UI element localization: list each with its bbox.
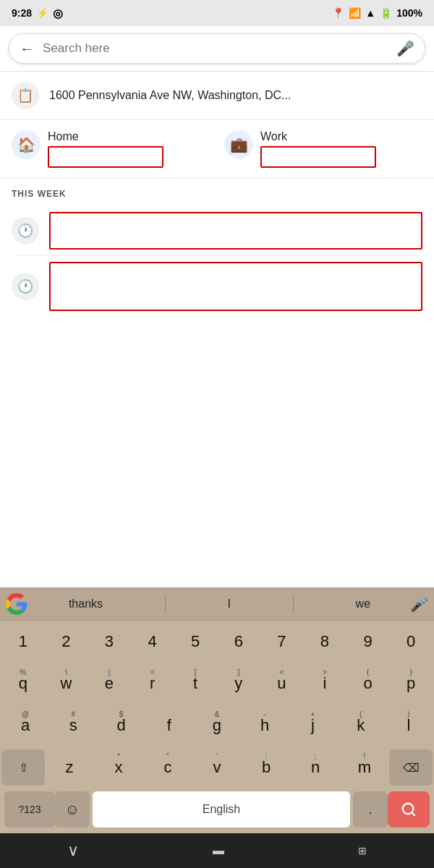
- divider-1: [165, 595, 166, 613]
- key-j[interactable]: +j: [289, 707, 336, 744]
- key-3[interactable]: 3: [88, 624, 131, 660]
- keyboard-mic-icon[interactable]: 🎤: [410, 595, 428, 613]
- key-i[interactable]: >i: [303, 665, 346, 702]
- key-y[interactable]: ]y: [217, 665, 260, 702]
- backspace-key[interactable]: ⌫: [389, 749, 433, 786]
- key-n[interactable]: ;n: [291, 749, 340, 786]
- section-title: THIS WEEK: [12, 189, 422, 199]
- status-left: 9:28 ⚡ ◎: [12, 7, 63, 20]
- emoji-key[interactable]: ☺: [55, 791, 90, 827]
- shift-key[interactable]: ⇧: [1, 749, 45, 786]
- search-icon: [401, 801, 417, 817]
- home-info: Home: [48, 130, 163, 168]
- wifi-icon: ▲: [365, 7, 375, 19]
- key-l[interactable]: )l: [385, 707, 433, 744]
- address-icon: 📋: [12, 82, 39, 109]
- google-logo: [6, 593, 27, 615]
- key-e[interactable]: |e: [88, 665, 131, 702]
- work-label: Work: [260, 130, 376, 143]
- key-5[interactable]: 5: [174, 624, 217, 660]
- key-d[interactable]: $d: [97, 707, 145, 744]
- suggestion-2[interactable]: I: [222, 595, 237, 613]
- history-clock-icon-2: 🕐: [12, 273, 39, 300]
- nav-recents-button[interactable]: ⊞: [358, 845, 367, 856]
- spacebar[interactable]: English: [93, 791, 350, 827]
- search-bar[interactable]: ← 🎤: [9, 33, 425, 64]
- key-u[interactable]: <u: [260, 665, 304, 702]
- work-shortcut[interactable]: 💼 Work: [224, 130, 422, 168]
- key-0[interactable]: 0: [389, 624, 433, 660]
- back-button[interactable]: ←: [20, 41, 34, 57]
- nav-bar: ∨ ▬ ⊞: [0, 833, 434, 868]
- search-input[interactable]: [43, 41, 396, 56]
- key-o[interactable]: {o: [346, 665, 390, 702]
- symbols-key[interactable]: ?123: [4, 791, 55, 827]
- suggestion-items: thanks I we: [35, 595, 404, 613]
- key-w[interactable]: \w: [45, 665, 88, 702]
- key-x[interactable]: *x: [94, 749, 143, 786]
- key-s[interactable]: #s: [49, 707, 97, 744]
- status-bar: 9:28 ⚡ ◎ 📍 📶 ▲ 🔋 100%: [0, 0, 434, 26]
- key-k[interactable]: (k: [337, 707, 385, 744]
- address-text: 1600 Pennsylvania Ave NW, Washington, DC…: [49, 89, 291, 102]
- home-shortcut[interactable]: 🏠 Home: [12, 130, 210, 168]
- home-icon: 🏠: [12, 130, 41, 159]
- key-h[interactable]: -h: [241, 707, 289, 744]
- key-1[interactable]: 1: [1, 624, 45, 660]
- svg-line-1: [412, 812, 414, 815]
- history-item-2[interactable]: 🕐: [12, 256, 422, 317]
- key-m[interactable]: !m: [340, 749, 389, 786]
- location-icon: 📍: [332, 7, 344, 19]
- signal-icon: 📶: [349, 7, 361, 19]
- search-key[interactable]: [388, 791, 430, 827]
- this-week-section: THIS WEEK 🕐 🕐: [0, 179, 434, 327]
- key-7[interactable]: 7: [260, 624, 304, 660]
- mic-icon[interactable]: 🎤: [396, 40, 414, 57]
- key-2[interactable]: 2: [45, 624, 88, 660]
- key-c[interactable]: "c: [143, 749, 192, 786]
- battery-icon: 🔋: [380, 7, 392, 19]
- key-4[interactable]: 4: [131, 624, 174, 660]
- nav-home-button[interactable]: ▬: [213, 844, 224, 857]
- history-input-2[interactable]: [49, 262, 422, 311]
- bottom-row: ?123 ☺ English .: [0, 788, 434, 833]
- history-item-1[interactable]: 🕐: [12, 206, 422, 256]
- asdf-row: @a #s $d f &g -h +j (k )l: [0, 705, 434, 746]
- search-bar-container: ← 🎤: [0, 26, 434, 72]
- key-v[interactable]: 'v: [192, 749, 242, 786]
- key-r[interactable]: =r: [131, 665, 174, 702]
- history-input-1[interactable]: [49, 212, 422, 250]
- suggestion-bar: thanks I we 🎤: [0, 587, 434, 621]
- suggestion-3[interactable]: we: [350, 595, 376, 613]
- status-time: 9:28: [12, 7, 32, 19]
- key-q[interactable]: %q: [1, 665, 45, 702]
- key-b[interactable]: :b: [242, 749, 291, 786]
- history-clock-icon-1: 🕐: [12, 217, 39, 244]
- key-g[interactable]: &g: [193, 707, 241, 744]
- shortcuts-row: 🏠 Home 💼 Work: [0, 120, 434, 179]
- battery-level: 100%: [396, 7, 422, 19]
- key-8[interactable]: 8: [303, 624, 346, 660]
- period-key[interactable]: .: [353, 791, 388, 827]
- key-9[interactable]: 9: [346, 624, 390, 660]
- keyboard-area: thanks I we 🎤 1 2 3 4 5 6 7 8 9 0 %q \w …: [0, 587, 434, 833]
- recent-address[interactable]: 📋 1600 Pennsylvania Ave NW, Washington, …: [0, 72, 434, 120]
- suggestion-1[interactable]: thanks: [63, 595, 109, 613]
- lightning-icon: ⚡: [36, 7, 48, 19]
- work-icon: 💼: [224, 130, 253, 159]
- key-6[interactable]: 6: [217, 624, 260, 660]
- nav-back-button[interactable]: ∨: [67, 841, 79, 860]
- zxcv-row: ⇧ z *x "c 'v :b ;n !m ⌫: [0, 746, 434, 788]
- sync-icon: ◎: [53, 7, 63, 20]
- work-input-box[interactable]: [260, 146, 376, 168]
- qwerty-row: %q \w |e =r [t ]y <u >i {o }p: [0, 663, 434, 705]
- key-f[interactable]: f: [145, 707, 193, 744]
- home-input-box[interactable]: [48, 146, 163, 168]
- number-row: 1 2 3 4 5 6 7 8 9 0: [0, 621, 434, 663]
- key-t[interactable]: [t: [174, 665, 217, 702]
- key-p[interactable]: }p: [389, 665, 433, 702]
- key-z[interactable]: z: [45, 749, 94, 786]
- key-a[interactable]: @a: [1, 707, 49, 744]
- status-right: 📍 📶 ▲ 🔋 100%: [332, 7, 422, 19]
- work-info: Work: [260, 130, 376, 168]
